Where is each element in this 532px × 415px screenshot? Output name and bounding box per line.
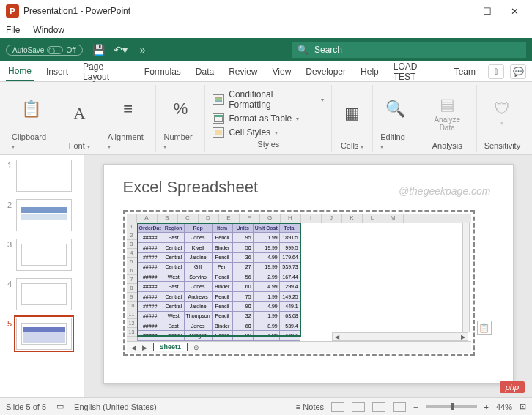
slide: Excel Spreadsheet @thegeekpage.com ABCDE… [103, 164, 514, 384]
cond-fmt-icon [213, 94, 224, 105]
cell-styles-icon [213, 127, 224, 138]
reading-view-icon[interactable] [372, 402, 385, 412]
thumb-3[interactable] [16, 239, 72, 271]
sheet-tab-1[interactable]: Sheet1 [153, 343, 188, 351]
data-table[interactable]: OrderDatRegionRepItemUnitsUnit CostTotal… [137, 223, 300, 341]
workspace: 1 2 3 4 5 Excel Spreadsheet @thegeekpage… [0, 155, 532, 397]
watermark: @thegeekpage.com [399, 185, 491, 197]
sheet-tabs: ◀ ▶ Sheet1 ⊕ [127, 341, 471, 353]
quick-access-toolbar: AutoSave Off 💾 ↶▾ » 🔍 Search [0, 38, 532, 61]
zoom-in[interactable]: + [484, 403, 489, 411]
save-icon[interactable]: 💾 [93, 44, 105, 56]
powerpoint-icon: P [6, 4, 19, 18]
new-sheet-button[interactable]: ⊕ [193, 344, 199, 351]
zoom-level[interactable]: 44% [496, 403, 512, 411]
search-icon: 🔍 [298, 45, 309, 55]
zoom-out[interactable]: − [413, 403, 418, 411]
slide-counter: Slide 5 of 5 [6, 403, 46, 411]
thumb-5[interactable] [16, 318, 72, 350]
tab-review[interactable]: Review [226, 63, 259, 81]
slideshow-view-icon[interactable] [393, 402, 406, 412]
window-menu[interactable]: Window [33, 25, 64, 35]
thumb-1[interactable] [16, 160, 72, 192]
font-icon[interactable]: A [73, 105, 85, 121]
normal-view-icon[interactable] [331, 402, 344, 412]
slide-thumbnails[interactable]: 1 2 3 4 5 [0, 155, 84, 397]
embedded-spreadsheet[interactable]: ABCDEFGHIJKLM 12345678910111213 OrderDat… [123, 210, 475, 356]
tab-team[interactable]: Team [452, 63, 478, 81]
group-cells: ▦ Cells ▾ [332, 85, 373, 152]
number-icon[interactable]: % [174, 101, 188, 117]
tab-formulas[interactable]: Formulas [142, 63, 183, 81]
search-placeholder: Search [314, 45, 342, 55]
column-headers[interactable]: ABCDEFGHIJKLM [127, 214, 471, 223]
toggle-icon [47, 46, 63, 54]
group-font: A Font ▾ [59, 85, 100, 152]
paste-icon[interactable]: 📋 [21, 101, 41, 117]
undo-icon[interactable]: ↶▾ [115, 44, 127, 56]
align-icon[interactable]: ≡ [123, 101, 133, 117]
tab-data[interactable]: Data [193, 63, 216, 81]
fmt-table-icon [213, 113, 224, 124]
prev-sheet[interactable]: ◀ [131, 344, 136, 351]
share-button[interactable]: ⇧ [488, 64, 504, 79]
file-menu[interactable]: File [6, 25, 20, 35]
zoom-slider[interactable] [426, 405, 477, 408]
statusbar: Slide 5 of 5 ▭ English (United States) ≡… [0, 397, 532, 415]
sorter-view-icon[interactable] [352, 402, 365, 412]
maximize-button[interactable]: ☐ [483, 6, 492, 17]
format-as-table-button[interactable]: Format as Table ▾ [213, 112, 324, 125]
tab-page-layout[interactable]: Page Layout [81, 58, 132, 86]
group-alignment: ≡ Alignment ▾ [100, 85, 157, 152]
tab-view[interactable]: View [270, 63, 294, 81]
conditional-formatting-button[interactable]: Conditional Formatting ▾ [213, 88, 324, 111]
menubar: File Window [0, 22, 532, 38]
group-number: % Number ▾ [156, 85, 205, 152]
ribbon: 📋 Clipboard ▾ A Font ▾ ≡ Alignment ▾ % N… [0, 82, 532, 155]
thumb-4[interactable] [16, 278, 72, 310]
notes-button[interactable]: ≡ Notes [296, 403, 324, 411]
next-sheet[interactable]: ▶ [142, 344, 147, 351]
vertical-scrollbar[interactable] [462, 223, 470, 332]
editing-icon[interactable]: 🔍 [385, 101, 405, 117]
tab-help[interactable]: Help [358, 63, 381, 81]
comments-button[interactable]: 💬 [510, 64, 526, 79]
tab-home[interactable]: Home [6, 62, 34, 81]
group-styles: Conditional Formatting ▾ Format as Table… [205, 85, 332, 152]
minimize-button[interactable]: — [454, 6, 464, 17]
php-badge: php [500, 381, 525, 393]
group-clipboard: 📋 Clipboard ▾ [4, 85, 59, 152]
tab-insert[interactable]: Insert [44, 63, 70, 81]
cell-styles-button[interactable]: Cell Styles ▾ [213, 126, 324, 139]
accessibility-icon[interactable]: ▭ [56, 402, 64, 411]
more-icon[interactable]: » [137, 44, 149, 56]
paste-options-icon[interactable]: 📋 [477, 321, 492, 335]
cells-icon[interactable]: ▦ [344, 105, 360, 121]
group-sensitivity: 🛡▾ Sensitivity [477, 85, 528, 152]
tab-developer[interactable]: Developer [303, 63, 348, 81]
sensitivity-icon[interactable]: 🛡 [494, 100, 510, 119]
group-analysis: ▤Analyze Data Analysis [418, 85, 477, 152]
tab-load-test[interactable]: LOAD TEST [391, 58, 442, 86]
ribbon-tabs: Home Insert Page Layout Formulas Data Re… [0, 61, 532, 82]
titlebar: P Presentation1 - PowerPoint — ☐ ✕ [0, 0, 532, 22]
search-box[interactable]: 🔍 Search [292, 42, 526, 58]
autosave-toggle[interactable]: AutoSave Off [6, 45, 83, 56]
slide-canvas[interactable]: Excel Spreadsheet @thegeekpage.com ABCDE… [84, 155, 532, 397]
row-headers[interactable]: 12345678910111213 [127, 223, 137, 341]
window-title: Presentation1 - PowerPoint [23, 6, 130, 16]
analyze-icon[interactable]: ▤ [440, 95, 455, 114]
thumb-2[interactable] [16, 199, 72, 231]
language[interactable]: English (United States) [74, 403, 157, 411]
group-editing: 🔍 Editing ▾ [373, 85, 418, 152]
horizontal-scrollbar[interactable]: ◀▶ [332, 332, 468, 341]
fit-button[interactable]: ⊡ [520, 402, 526, 411]
close-button[interactable]: ✕ [511, 6, 519, 17]
